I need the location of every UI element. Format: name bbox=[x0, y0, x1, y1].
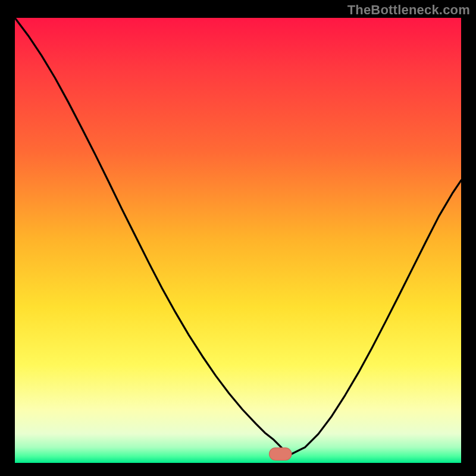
bottleneck-chart bbox=[0, 0, 476, 476]
optimal-marker bbox=[270, 448, 292, 461]
chart-container: TheBottleneck.com bbox=[0, 0, 476, 476]
plot-background bbox=[15, 18, 461, 463]
